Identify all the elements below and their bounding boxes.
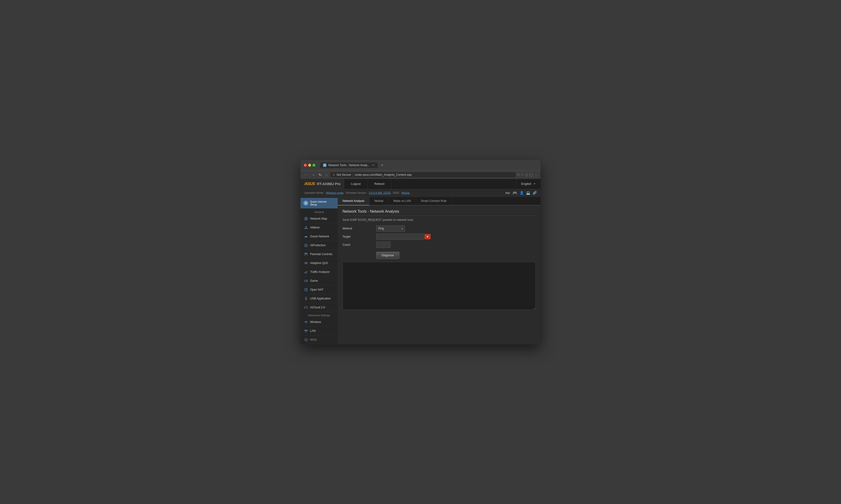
- output-area[interactable]: [343, 262, 536, 310]
- traffic-lights: [304, 164, 315, 167]
- diagnose-button[interactable]: Diagnose: [376, 252, 399, 259]
- svg-line-8: [306, 227, 307, 229]
- aimesh-icon: [304, 226, 308, 230]
- gamepad-icon: 🎮: [512, 191, 517, 195]
- target-dropdown-button[interactable]: ▼: [425, 234, 431, 239]
- router-model-text: RT-AX86U Pro: [317, 182, 341, 186]
- method-select-wrapper: Ping Traceroute NS Lookup ▼: [376, 226, 405, 232]
- new-tab-button[interactable]: +: [381, 163, 383, 167]
- panel-title: Network Tools - Network Analysis: [343, 209, 536, 216]
- quick-setup-icon: ⚡: [303, 201, 308, 205]
- extensions-icon[interactable]: ▢: [525, 173, 528, 177]
- tab-favicon: A: [323, 163, 326, 167]
- logout-button[interactable]: Logout: [344, 179, 368, 189]
- menu-icon[interactable]: ⋮: [534, 173, 538, 177]
- svg-point-18: [307, 280, 307, 281]
- url-display: router.asus.com/Main_Analysis_Content.as…: [355, 173, 412, 177]
- target-label: Target: [343, 234, 376, 240]
- network-map-icon: [304, 217, 308, 221]
- tab-smart-connect-rule[interactable]: Smart Connect Rule: [416, 197, 452, 205]
- security-icon: ⚠: [333, 173, 335, 176]
- sidebar-item-parental-controls[interactable]: Parental Controls: [301, 250, 338, 259]
- sidebar-item-traffic-analyzer[interactable]: Traffic Analyzer: [301, 268, 338, 276]
- profile-icon[interactable]: ◯: [530, 173, 533, 177]
- svg-rect-30: [306, 331, 307, 332]
- sidebar-item-game[interactable]: Game: [301, 276, 338, 285]
- quick-internet-setup-item[interactable]: ⚡ Quick Internet Setup: [301, 198, 338, 209]
- firmware-value[interactable]: 3.0.0.4.388_22525: [369, 191, 391, 194]
- method-select[interactable]: Ping Traceroute NS Lookup: [376, 226, 405, 232]
- svg-point-13: [306, 263, 307, 264]
- minimize-button[interactable]: [308, 164, 311, 167]
- count-input[interactable]: [376, 242, 391, 248]
- content-area: Network Analysis Netstat Wake on LAN Sma…: [338, 197, 540, 344]
- sidebar-item-wireless[interactable]: Wireless: [301, 318, 338, 327]
- wireless-icon: [304, 320, 308, 324]
- reboot-button[interactable]: Reboot: [368, 179, 392, 189]
- sidebar-item-network-map[interactable]: Network Map: [301, 214, 338, 223]
- traffic-analyzer-icon: [304, 270, 308, 274]
- forward-button[interactable]: →: [311, 173, 316, 177]
- sidebar-item-guest-network[interactable]: Guest Network: [301, 232, 338, 241]
- maximize-button[interactable]: [312, 164, 315, 167]
- ssid-value[interactable]: Mezha: [401, 191, 410, 194]
- sidebar-item-adaptive-qos[interactable]: Adaptive QoS: [301, 259, 338, 268]
- browser-toolbar: ← → ↻ ⌂ ⚠ Not Secure | router.asus.com/M…: [301, 170, 540, 179]
- sidebar-usb-application-label: USB Application: [310, 297, 331, 300]
- tab-netstat[interactable]: Netstat: [370, 197, 388, 205]
- svg-point-11: [305, 253, 306, 254]
- browser-tab[interactable]: A Network Tools - Network Analy... ✕: [320, 162, 378, 168]
- sidebar-item-usb-application[interactable]: USB Application: [301, 294, 338, 303]
- form-row-count: Count: [343, 242, 536, 248]
- bookmark-icon[interactable]: ☆: [521, 173, 524, 177]
- target-input-group: ▼: [376, 234, 536, 240]
- users-icon: 👤: [520, 191, 524, 195]
- sidebar-item-open-nat[interactable]: Open NAT: [301, 285, 338, 294]
- content-tabs: Network Analysis Netstat Wake on LAN Sma…: [338, 197, 540, 205]
- router-ui: /ASUS RT-AX86U Pro Logout Reboot English…: [301, 179, 540, 344]
- router-main: ⚡ Quick Internet Setup General Network M…: [301, 197, 540, 344]
- address-bar[interactable]: ⚠ Not Secure | router.asus.com/Main_Anal…: [330, 172, 516, 177]
- close-button[interactable]: [304, 164, 307, 167]
- tab-wake-on-lan[interactable]: Wake on LAN: [388, 197, 416, 205]
- language-label: English: [521, 182, 531, 185]
- sidebar-item-aiprotection[interactable]: AiProtection: [301, 241, 338, 250]
- sidebar-item-aimesh[interactable]: AiMesh: [301, 223, 338, 232]
- reload-button[interactable]: ↻: [318, 173, 323, 177]
- svg-line-7: [305, 227, 306, 229]
- topbar-nav: Logout Reboot English ▼: [344, 179, 540, 189]
- operation-mode-value[interactable]: Wireless router: [326, 191, 344, 194]
- home-button[interactable]: ⌂: [325, 173, 328, 177]
- lan-icon: [304, 329, 308, 333]
- svg-rect-27: [304, 330, 305, 331]
- form-row-method: Method Ping Traceroute NS Lookup ▼: [343, 226, 536, 232]
- language-selector[interactable]: English ▼: [516, 179, 540, 189]
- sidebar-item-wan[interactable]: WAN: [301, 336, 338, 344]
- sidebar-lan-label: LAN: [310, 329, 315, 332]
- svg-rect-14: [305, 273, 307, 273]
- svg-rect-21: [306, 297, 307, 299]
- target-input[interactable]: [376, 234, 424, 240]
- tab-close-button[interactable]: ✕: [372, 163, 375, 167]
- browser-window: A Network Tools - Network Analy... ✕ + ←…: [301, 160, 540, 344]
- wan-icon: [304, 338, 308, 342]
- svg-point-19: [307, 281, 307, 281]
- share-icon[interactable]: ⎋: [517, 173, 519, 177]
- usb-icon: 🔗: [533, 191, 537, 195]
- tab-network-analysis[interactable]: Network Analysis: [338, 197, 370, 205]
- aiprotection-icon: [304, 243, 308, 248]
- sidebar-item-aicloud[interactable]: AiCloud 2.0: [301, 303, 338, 312]
- panel-description: Send ICMP ECHO_REQUEST packets to networ…: [343, 218, 536, 221]
- back-button[interactable]: ←: [303, 173, 309, 177]
- quick-setup-label: Quick Internet Setup: [310, 200, 326, 206]
- sidebar-item-lan[interactable]: LAN: [301, 327, 338, 336]
- sidebar-wireless-label: Wireless: [310, 320, 321, 324]
- monitor-icon: 💻: [526, 191, 530, 195]
- language-dropdown-arrow: ▼: [533, 182, 536, 185]
- sidebar-parental-controls-label: Parental Controls: [310, 252, 332, 256]
- game-icon: [304, 278, 308, 283]
- sidebar: ⚡ Quick Internet Setup General Network M…: [301, 197, 338, 344]
- sidebar-advanced-title: Advanced Settings: [301, 312, 338, 318]
- sidebar-aicloud-label: AiCloud 2.0: [310, 306, 325, 309]
- router-logo: /ASUS RT-AX86U Pro: [301, 179, 344, 189]
